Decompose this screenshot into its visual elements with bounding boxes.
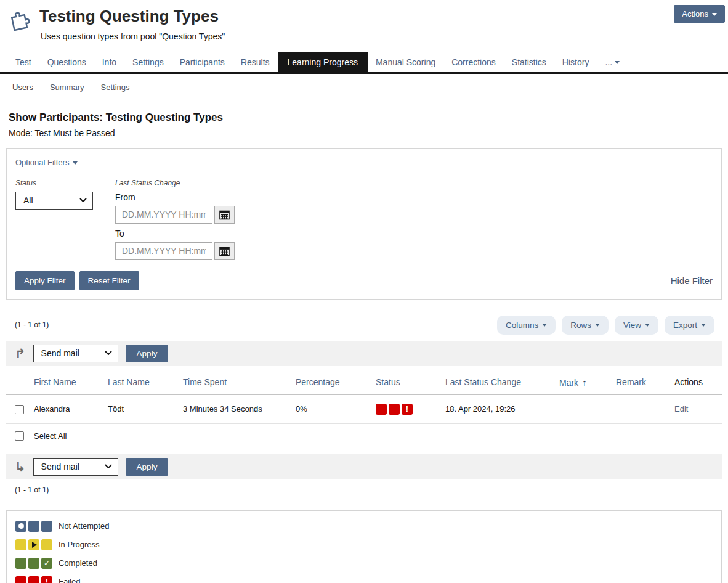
column-last-name[interactable]: Last Name (108, 370, 183, 394)
arrow-down-right-icon: ↳ (15, 460, 26, 473)
chevron-down-icon (701, 324, 706, 327)
section-heading: Show Participants: Testing Questing Type… (9, 112, 728, 124)
tab-settings[interactable]: Settings (124, 52, 172, 72)
actions-button-label: Actions (682, 9, 708, 18)
view-button[interactable]: View (615, 316, 658, 335)
tab-test[interactable]: Test (7, 52, 39, 72)
failed-exclamation-icon (402, 404, 413, 415)
column-remark[interactable]: Remark (616, 370, 674, 394)
tab-participants[interactable]: Participants (172, 52, 233, 72)
select-all-row: Select All (0, 424, 728, 448)
failed-square-icon (389, 404, 400, 415)
tab-manual-scoring[interactable]: Manual Scoring (368, 52, 443, 72)
calendar-icon (219, 210, 230, 220)
to-label: To (115, 229, 235, 238)
subtab-summary[interactable]: Summary (50, 83, 84, 92)
failed-icons (15, 576, 52, 583)
tab-more-label: ... (605, 57, 612, 67)
hide-filter-link[interactable]: Hide Filter (671, 275, 713, 286)
tab-history[interactable]: History (554, 52, 597, 72)
legend-label: Failed (59, 577, 80, 583)
tab-statistics[interactable]: Statistics (504, 52, 554, 72)
row-checkbox[interactable] (15, 405, 24, 414)
not-attempted-circle-icon (15, 521, 26, 532)
cell-mark (559, 394, 616, 423)
chevron-down-icon (542, 324, 547, 327)
not-attempted-square-icon (41, 521, 52, 532)
bulk-apply-button-bottom[interactable]: Apply (126, 458, 169, 476)
header-checkbox-spacer (6, 370, 34, 394)
status-select-input[interactable]: All (16, 192, 92, 209)
completed-square-icon (15, 558, 26, 569)
from-date-input[interactable] (115, 206, 212, 224)
chevron-down-icon (645, 324, 650, 327)
cell-percentage: 0% (296, 394, 376, 423)
columns-button[interactable]: Columns (497, 316, 556, 335)
legend-not-attempted: Not Attempted (15, 521, 713, 532)
in-progress-play-icon (28, 539, 39, 550)
filter-panel: Optional Filters Status All Last Status … (6, 148, 722, 300)
select-all-checkbox[interactable] (15, 431, 24, 441)
result-range: (1 - 1 of 1) (15, 320, 49, 329)
from-calendar-button[interactable] (214, 206, 235, 224)
status-select[interactable]: All (15, 192, 93, 210)
rows-button[interactable]: Rows (562, 316, 609, 335)
arrow-up-right-icon: ↱ (15, 347, 26, 360)
column-last-status-change[interactable]: Last Status Change (445, 370, 559, 394)
legend-completed: Completed (15, 558, 713, 569)
bulk-apply-button-top[interactable]: Apply (126, 344, 169, 362)
tab-info[interactable]: Info (94, 52, 124, 72)
chevron-down-icon (595, 324, 600, 327)
bulk-action-select-bottom[interactable]: Send mail (33, 458, 118, 476)
edit-link[interactable]: Edit (674, 404, 688, 414)
bulk-action-select-top-input[interactable]: Send mail (34, 345, 118, 362)
completed-check-icon (41, 558, 52, 569)
column-mark-label: Mark (559, 378, 578, 388)
export-button[interactable]: Export (665, 316, 714, 335)
column-first-name[interactable]: First Name (34, 370, 108, 394)
column-time-spent[interactable]: Time Spent (183, 370, 296, 394)
calendar-icon (219, 246, 230, 256)
status-filter-group: Status All (15, 179, 93, 260)
legend-label: In Progress (59, 540, 99, 549)
last-status-change-filter-group: Last Status Change From (115, 179, 235, 260)
status-failed-icons (376, 404, 440, 415)
bulk-action-select-bottom-input[interactable]: Send mail (34, 459, 118, 475)
column-mark[interactable]: Mark↑ (559, 370, 616, 394)
columns-button-label: Columns (506, 320, 538, 330)
failed-square-icon (28, 576, 39, 583)
cell-last-name: Tödt (108, 394, 183, 423)
optional-filters-toggle[interactable]: Optional Filters (15, 158, 78, 167)
failed-square-icon (376, 404, 387, 415)
tab-learning-progress[interactable]: Learning Progress (278, 52, 368, 72)
sub-tab-bar: Users Summary Settings (12, 83, 728, 92)
chevron-down-icon (615, 61, 620, 64)
completed-square-icon (28, 558, 39, 569)
to-date-input[interactable] (115, 242, 212, 260)
column-percentage[interactable]: Percentage (296, 370, 376, 394)
apply-filter-button[interactable]: Apply Filter (15, 271, 75, 290)
result-range-bottom: (1 - 1 of 1) (15, 486, 728, 494)
tab-corrections[interactable]: Corrections (443, 52, 504, 72)
to-calendar-button[interactable] (214, 242, 235, 260)
column-status[interactable]: Status (376, 370, 445, 394)
actions-button[interactable]: Actions (674, 5, 725, 23)
in-progress-square-icon (15, 539, 26, 550)
in-progress-square-icon (41, 539, 52, 550)
rows-button-label: Rows (570, 320, 591, 330)
subtab-users[interactable]: Users (12, 83, 33, 92)
legend-failed: Failed (15, 576, 713, 583)
tab-questions[interactable]: Questions (39, 52, 94, 72)
failed-exclamation-icon (41, 576, 52, 583)
reset-filter-button[interactable]: Reset Filter (79, 271, 139, 290)
legend-label: Completed (59, 558, 97, 568)
tab-more[interactable]: ... (597, 52, 628, 72)
participants-table: First Name Last Name Time Spent Percenta… (6, 370, 722, 424)
tab-results[interactable]: Results (233, 52, 278, 72)
bulk-action-select-top[interactable]: Send mail (33, 344, 118, 362)
view-button-label: View (623, 320, 641, 330)
sort-ascending-icon: ↑ (582, 377, 587, 388)
last-status-change-label: Last Status Change (115, 179, 235, 187)
from-label: From (115, 192, 235, 202)
subtab-settings[interactable]: Settings (101, 83, 130, 92)
